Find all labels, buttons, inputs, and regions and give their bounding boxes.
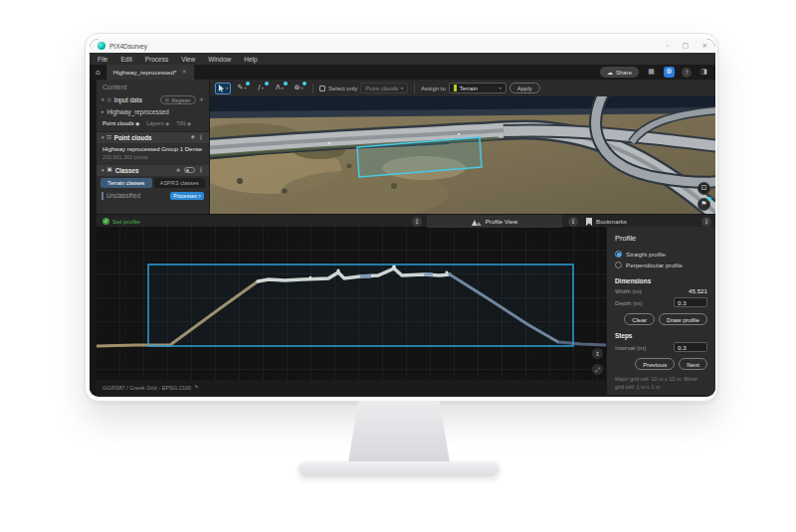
apps-grid-icon[interactable]: ▦ (646, 67, 657, 78)
caret-right-icon[interactable]: ▸ (101, 109, 104, 114)
point-count: 200,561,363 points (102, 154, 203, 160)
profile-status-bar: GGRS87 / Greek Grid - EPSG:2100 ✎ (97, 380, 606, 395)
depth-input[interactable] (674, 297, 707, 307)
straight-profile-label: Straight profile (626, 251, 666, 258)
classes-section-header[interactable]: ▾ ▣ Classes + ⋮ (97, 165, 209, 176)
pix4d-logo-icon (98, 42, 105, 50)
point-clouds-dropdown[interactable]: Point clouds ▾ (360, 83, 408, 93)
classes-toggle[interactable] (184, 167, 195, 173)
clear-button[interactable]: Clear (624, 313, 655, 325)
help-icon[interactable]: ? (682, 68, 692, 78)
caret-down-icon[interactable]: ▾ (101, 168, 104, 173)
camera-icon[interactable]: ⊡ (697, 182, 710, 195)
set-profile-status[interactable]: ✓ Set profile (102, 215, 140, 228)
bookmark-icon (586, 218, 592, 226)
perpendicular-profile-option[interactable]: Perpendicular profile (615, 262, 707, 268)
kebab-menu-icon[interactable]: ⋮ (198, 134, 204, 140)
processes-badge[interactable]: Processes > (170, 192, 204, 200)
mark-point-tool-button[interactable]: ✎▾ (234, 83, 250, 94)
caret-down-icon[interactable]: ▾ (101, 135, 104, 140)
tab-asprs-classes[interactable]: ASPRS classes (154, 178, 206, 188)
dock-view-icon[interactable]: ↧ (412, 217, 422, 227)
select-tool-button[interactable]: ▾ (215, 83, 231, 94)
content-sidebar: Content ▾ ◇ Input data ◎ Register + ▸ Hi… (97, 80, 210, 214)
notification-dot (302, 82, 306, 86)
profile-plot (97, 227, 606, 380)
previous-button[interactable]: Previous (635, 358, 675, 370)
maximize-button[interactable]: ▢ (683, 43, 690, 50)
profile-view-canvas[interactable]: ↕ ⤢ (97, 227, 606, 380)
register-button[interactable]: ◎ Register (160, 95, 196, 104)
input-data-icon: ◇ (107, 97, 111, 103)
app-title: PIX4Dsurvey (109, 43, 147, 50)
menu-window[interactable]: Window (208, 56, 231, 63)
add-input-icon[interactable]: + (199, 96, 204, 102)
share-label: Share (616, 70, 632, 76)
fit-vertical-icon[interactable]: ↕ (592, 348, 603, 359)
monitor-stand-neck (348, 401, 450, 462)
visibility-eye-icon[interactable]: ◉ (191, 135, 195, 140)
class-dropdown-value: Terrain (460, 86, 478, 91)
panel-toggle-icon[interactable]: ◨ (698, 67, 709, 78)
dataset-row[interactable]: ▸ Highway_reprocessed (97, 106, 209, 117)
caret-down-icon[interactable]: ▾ (101, 97, 104, 102)
menu-edit[interactable]: Edit (120, 56, 131, 63)
close-button[interactable]: × (701, 43, 707, 50)
expand-icon[interactable]: ⤢ (592, 364, 603, 375)
surface-tool-button[interactable]: Λ▾ (272, 83, 288, 94)
select-only-checkbox[interactable] (319, 86, 325, 91)
class-color-bar (101, 192, 103, 200)
straight-profile-option[interactable]: Straight profile (615, 251, 707, 258)
tab-highway-reprocessed[interactable]: Highway_reprocessed* × (106, 65, 194, 80)
edit-crs-icon[interactable]: ✎ (194, 385, 199, 391)
view-switch-bar: ✓ Set profile ↧ Profile View ↧ Bookmarks… (97, 214, 715, 227)
notification-dot (707, 197, 711, 201)
kebab-menu-icon[interactable]: ⋮ (198, 167, 204, 173)
menu-file[interactable]: File (98, 56, 107, 63)
monitor-frame: PIX4Dsurvey – ▢ × File Edit Process View… (85, 33, 718, 402)
draw-profile-button[interactable]: Draw profile (659, 313, 707, 325)
steps-heading: Steps (615, 332, 707, 339)
tab-label: Highway_reprocessed* (113, 69, 177, 76)
point-cloud-icon: ∷ (107, 134, 111, 140)
home-icon[interactable]: ⌂ (96, 69, 100, 77)
settings-gear-icon[interactable]: ⚙ (664, 67, 675, 78)
profile-view-tab[interactable]: Profile View (427, 215, 562, 228)
radio-selected-icon[interactable] (615, 251, 622, 258)
menu-view[interactable]: View (181, 56, 195, 63)
menu-process[interactable]: Process (145, 56, 168, 63)
radio-icon[interactable] (615, 262, 622, 268)
notification-dot (265, 82, 269, 86)
point-cloud-name: Highway reprocessed Group 1 Dense (102, 146, 203, 152)
profile-extent-rect[interactable] (148, 265, 573, 346)
mountain-icon (472, 218, 482, 226)
grid-cell-note: Major grid cell: 10 m x 10 m. Minor grid… (615, 376, 707, 391)
share-button[interactable]: ☁ Share (600, 67, 639, 78)
class-row-unclassified[interactable]: Unclassified Processes > (97, 190, 209, 202)
point-cloud-item[interactable]: Highway reprocessed Group 1 Dense 200,56… (97, 143, 209, 162)
apply-button[interactable]: Apply (509, 83, 540, 93)
minimize-button[interactable]: – (666, 43, 670, 50)
tab-tin[interactable]: TIN ◉ (176, 120, 191, 127)
classes-header: Classes (115, 167, 139, 174)
snap-icon: ⊚ (295, 85, 300, 91)
menu-help[interactable]: Help (244, 56, 257, 63)
next-button[interactable]: Next (679, 358, 707, 370)
input-data-row[interactable]: ▾ ◇ Input data ◎ Register + (97, 93, 209, 106)
dock-view-icon[interactable]: ↧ (701, 217, 711, 227)
tab-point-clouds[interactable]: Point clouds ◉ (102, 120, 139, 127)
check-icon: ✓ (102, 218, 109, 225)
perpendicular-profile-label: Perpendicular profile (626, 262, 683, 268)
tab-layers[interactable]: Layers ◉ (146, 120, 169, 127)
add-class-icon[interactable]: + (175, 167, 180, 173)
point-clouds-section-header[interactable]: ▾ ∷ Point clouds ◉ ⋮ (97, 132, 209, 143)
assign-to-label: Assign to (421, 86, 446, 91)
view3d-canvas[interactable]: ⊡ ⚑ (210, 96, 715, 214)
polyline-tool-button[interactable]: ∕▾ (253, 83, 269, 94)
tab-terrain-classes[interactable]: Terrain classes (100, 178, 152, 188)
dock-view-icon[interactable]: ↧ (568, 217, 578, 227)
class-dropdown[interactable]: Terrain ▾ (449, 83, 506, 93)
interval-input[interactable] (674, 342, 707, 352)
snap-tool-button[interactable]: ⊚▾ (291, 83, 306, 94)
tab-close-icon[interactable]: × (181, 69, 186, 76)
